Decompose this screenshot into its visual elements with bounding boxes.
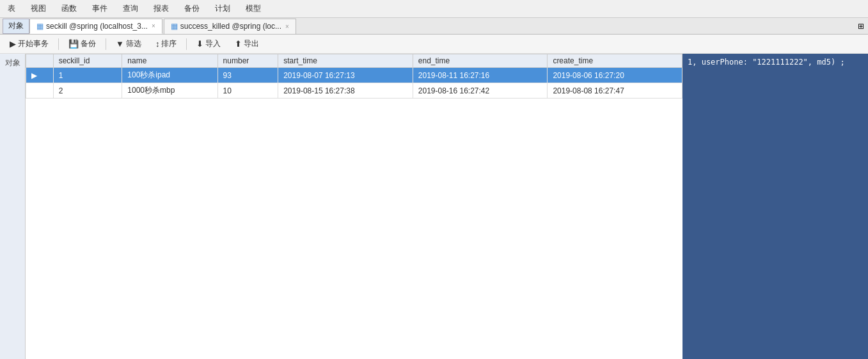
table-row[interactable]: 21000秒杀mbp102019-08-15 16:27:382019-08-1… [26, 83, 683, 99]
tab-tools[interactable]: ⊞ [854, 20, 868, 32]
col-header-start-time[interactable]: start_time [278, 54, 413, 68]
transaction-icon: ▶ [10, 39, 16, 49]
export-icon: ⬆ [235, 39, 242, 49]
tab-tools-icon: ⊞ [858, 22, 864, 31]
row-arrow [26, 83, 54, 99]
tab-bar: 对象 ▦ seckill @spring (localhost_3... × ▦… [0, 18, 868, 35]
cell-seckill_id: 1 [53, 68, 122, 83]
col-header-seckill-id[interactable]: seckill_id [53, 54, 122, 68]
col-header-name[interactable]: name [122, 54, 217, 68]
menu-report[interactable]: 报表 [146, 1, 177, 17]
sort-btn[interactable]: ↕ 排序 [150, 36, 183, 51]
backup-btn[interactable]: 💾 备份 [63, 36, 102, 51]
table-container[interactable]: seckill_id name number start_time end_ti… [26, 54, 683, 359]
toolbar-sep-3 [186, 38, 187, 50]
table-row[interactable]: ▶1100秒杀ipad932019-08-07 16:27:132019-08-… [26, 68, 683, 83]
data-table: seckill_id name number start_time end_ti… [26, 54, 683, 99]
menu-model[interactable]: 模型 [238, 1, 269, 17]
tab-close-2[interactable]: × [285, 23, 289, 30]
obj-label: 对象 [8, 20, 24, 31]
menu-backup[interactable]: 备份 [177, 1, 207, 17]
right-panel: 1, userPhone: "1221111222", md5) ; [683, 54, 868, 359]
table-icon-2: ▦ [171, 22, 178, 31]
sidebar-label: 对象 [0, 54, 26, 359]
menu-view[interactable]: 视图 [23, 1, 54, 17]
cell-start_time: 2019-08-15 16:27:38 [278, 83, 413, 99]
menu-bar: 表 视图 函数 事件 查询 报表 备份 计划 模型 [0, 0, 868, 18]
tab-success-label: success_killed @spring (loc... [180, 22, 281, 31]
backup-icon: 💾 [68, 39, 79, 49]
tab-close-1[interactable]: × [152, 22, 155, 29]
menu-table[interactable]: 表 [0, 1, 23, 17]
cell-number: 93 [217, 68, 278, 83]
start-transaction-btn[interactable]: ▶ 开始事务 [4, 36, 54, 51]
toolbar-sep-2 [106, 38, 106, 50]
tab-seckill-label: seckill @spring (localhost_3... [46, 22, 148, 31]
menu-event[interactable]: 事件 [84, 1, 115, 17]
tab-seckill[interactable]: ▦ seckill @spring (localhost_3... × [29, 19, 162, 34]
tab-success-killed[interactable]: ▦ success_killed @spring (loc... × [164, 19, 296, 34]
cell-end_time: 2019-08-11 16:27:16 [413, 68, 548, 83]
cell-start_time: 2019-08-07 16:27:13 [278, 68, 413, 83]
table-header-row: seckill_id name number start_time end_ti… [26, 54, 683, 68]
col-header-arrow [26, 54, 54, 68]
col-header-create-time[interactable]: create_time [548, 54, 683, 68]
cell-number: 10 [217, 83, 278, 99]
cell-seckill_id: 2 [53, 83, 122, 99]
export-btn[interactable]: ⬆ 导出 [229, 36, 265, 51]
tab-object[interactable]: 对象 [3, 19, 29, 34]
col-header-number[interactable]: number [217, 54, 278, 68]
cell-create_time: 2019-08-06 16:27:20 [548, 68, 683, 83]
cell-name: 100秒杀ipad [122, 68, 217, 83]
sidebar-obj-label: 对象 [5, 58, 20, 68]
toolbar: ▶ 开始事务 💾 备份 ▼ 筛选 ↕ 排序 ⬇ 导入 ⬆ 导出 [0, 35, 868, 54]
toolbar-sep-1 [58, 38, 59, 50]
cell-create_time: 2019-08-08 16:27:47 [548, 83, 683, 99]
main-area: 对象 seckill_id name number start_time end… [0, 54, 868, 359]
table-icon-1: ▦ [36, 22, 43, 31]
col-header-end-time[interactable]: end_time [413, 54, 548, 68]
filter-btn[interactable]: ▼ 筛选 [110, 36, 147, 51]
import-btn[interactable]: ⬇ 导入 [191, 36, 226, 51]
row-arrow: ▶ [26, 68, 54, 83]
right-panel-code: 1, userPhone: "1221111222", md5) ; [688, 58, 845, 67]
cell-name: 1000秒杀mbp [122, 83, 217, 99]
cell-end_time: 2019-08-16 16:27:42 [413, 83, 548, 99]
import-icon: ⬇ [196, 39, 203, 49]
filter-icon: ▼ [116, 39, 124, 49]
menu-function[interactable]: 函数 [54, 1, 84, 17]
menu-schedule[interactable]: 计划 [207, 1, 238, 17]
menu-query[interactable]: 查询 [115, 1, 146, 17]
sort-icon: ↕ [155, 39, 160, 49]
